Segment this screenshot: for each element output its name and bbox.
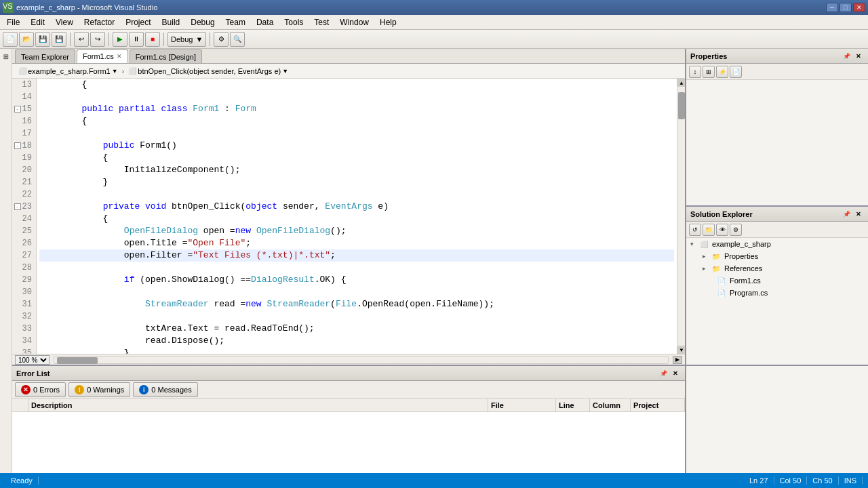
messages-tab-button[interactable]: i 0 Messages <box>133 382 197 397</box>
scroll-right-btn[interactable]: ▶ <box>673 356 682 364</box>
tab-form1-cs[interactable]: Form1.cs ✕ <box>77 49 128 63</box>
properties-close-button[interactable]: ✕ <box>853 51 864 62</box>
solution-refresh-btn[interactable]: ↺ <box>689 224 701 236</box>
errors-tab-button[interactable]: ✕ 0 Errors <box>15 382 66 397</box>
tree-label-programcs: Program.cs <box>730 289 768 297</box>
code-line-28 <box>39 262 674 274</box>
collapse-23[interactable]: - <box>14 203 21 210</box>
solution-pin-button[interactable]: 📌 <box>841 209 852 220</box>
tree-item-programcs[interactable]: 📄 Program.cs <box>686 287 868 299</box>
tree-item-properties[interactable]: ▸ 📁 Properties <box>686 250 868 262</box>
code-line-23: private void btnOpen_Click(object sender… <box>39 201 674 213</box>
error-col-file-header: File <box>488 399 556 411</box>
horizontal-scrollbar[interactable] <box>54 356 669 364</box>
solution-show-all-btn[interactable]: 👁 <box>716 224 728 236</box>
save-all-button[interactable]: 💾 <box>52 32 66 47</box>
linenum-26: 26 <box>12 237 36 249</box>
error-col-icon-header <box>12 399 28 411</box>
menu-data[interactable]: Data <box>251 16 279 28</box>
tree-expand-properties[interactable]: ▸ <box>700 252 708 260</box>
tree-item-solution[interactable]: ▾ ⬜ example_c_sharp <box>686 238 868 250</box>
solution-explorer-header: Solution Explorer 📌 ✕ <box>686 207 868 222</box>
tree-expand-references[interactable]: ▸ <box>700 264 708 272</box>
title-bar: VS example_c_sharp - Microsoft Visual St… <box>0 0 868 15</box>
properties-grid-btn[interactable]: ⊞ <box>703 66 715 78</box>
menu-project[interactable]: Project <box>120 16 156 28</box>
code-line-20: InitializeComponent(); <box>39 164 674 176</box>
code-content[interactable]: { public partial class Form1 : Form { pu… <box>37 79 677 354</box>
collapse-18[interactable]: - <box>14 142 21 149</box>
menu-debug[interactable]: Debug <box>185 16 220 28</box>
tree-expand-solution[interactable]: ▾ <box>688 240 696 248</box>
tab-form1-design[interactable]: Form1.cs [Design] <box>130 49 202 63</box>
linenum-27: 27 <box>12 249 36 262</box>
linenum-18: -18 <box>12 140 36 152</box>
menu-view[interactable]: View <box>50 16 79 28</box>
error-col-col-header: Column <box>590 399 631 411</box>
status-ch: Ch 50 <box>807 476 838 485</box>
warnings-tab-button[interactable]: ! 0 Warnings <box>68 382 130 397</box>
scroll-thumb[interactable] <box>678 92 685 119</box>
solution-props-btn[interactable]: ⚙ <box>730 224 742 236</box>
tab-team-explorer-label: Team Explorer <box>21 53 69 61</box>
maximize-button[interactable]: □ <box>840 3 852 12</box>
close-button[interactable]: ✕ <box>853 3 865 12</box>
stop-button[interactable]: ■ <box>145 32 160 47</box>
menu-refactor[interactable]: Refactor <box>79 16 120 28</box>
tab-team-explorer[interactable]: Team Explorer <box>15 49 75 63</box>
collapse-15[interactable]: - <box>14 106 21 113</box>
breadcrumb-method[interactable]: ⬜ btnOpen_Click(object sender, EventArgs… <box>125 64 292 78</box>
menu-file[interactable]: File <box>1 16 25 28</box>
open-file-button[interactable]: 📂 <box>19 32 34 47</box>
properties-events-btn[interactable]: ⚡ <box>716 66 728 78</box>
toolbar-btn-extra1[interactable]: ⚙ <box>214 32 229 47</box>
properties-title: Properties <box>690 52 727 60</box>
scroll-track[interactable] <box>677 87 685 346</box>
solution-explorer-title: Solution Explorer <box>690 210 753 218</box>
pause-button[interactable]: ⏸ <box>129 32 144 47</box>
error-table: Description File Line Column Project <box>12 399 685 473</box>
toolbar-btn-extra2[interactable]: 🔍 <box>230 32 245 47</box>
error-list-close-button[interactable]: ✕ <box>670 368 681 379</box>
minimize-button[interactable]: ─ <box>826 3 838 12</box>
tree-item-references[interactable]: ▸ 📁 References <box>686 262 868 274</box>
breadcrumb-class[interactable]: ⬜ example_c_sharp.Form1 ▼ <box>15 64 121 78</box>
menu-help[interactable]: Help <box>374 16 402 28</box>
error-list-pin-button[interactable]: 📌 <box>658 368 669 379</box>
scroll-down-button[interactable]: ▼ <box>677 346 685 354</box>
undo-button[interactable]: ↩ <box>74 32 89 47</box>
toolbox-label[interactable]: ⊞ <box>1 52 11 62</box>
breadcrumb-class-arrow[interactable]: ▼ <box>112 68 118 75</box>
menu-build[interactable]: Build <box>157 16 186 28</box>
tab-form1-cs-close[interactable]: ✕ <box>117 53 122 60</box>
solution-new-folder-btn[interactable]: 📁 <box>703 224 715 236</box>
properties-sort-btn[interactable]: ↕ <box>689 66 701 78</box>
menu-edit[interactable]: Edit <box>25 16 50 28</box>
code-line-22 <box>39 188 674 201</box>
start-debug-button[interactable]: ▶ <box>113 32 127 47</box>
zoom-select[interactable]: 100 % <box>15 355 50 365</box>
solution-close-button[interactable]: ✕ <box>853 209 864 220</box>
code-area[interactable]: 13 14 -15 16 17 -18 19 20 21 22 -23 24 2… <box>12 79 685 354</box>
menu-tools[interactable]: Tools <box>279 16 309 28</box>
breadcrumb-method-arrow[interactable]: ▼ <box>282 68 288 75</box>
properties-page-btn[interactable]: 📄 <box>730 66 742 78</box>
save-button[interactable]: 💾 <box>35 32 50 47</box>
new-project-button[interactable]: 📄 <box>3 32 18 47</box>
redo-button[interactable]: ↪ <box>90 32 105 47</box>
error-col-line-header: Line <box>556 399 590 411</box>
menu-team[interactable]: Team <box>220 16 251 28</box>
error-list-panel: Error List 📌 ✕ ✕ 0 Errors ! 0 Warnings i… <box>12 365 685 473</box>
linenum-21: 21 <box>12 176 36 188</box>
error-list-header: Error List 📌 ✕ <box>12 366 685 381</box>
horizontal-scroll-thumb[interactable] <box>57 357 98 364</box>
menu-window[interactable]: Window <box>334 16 374 28</box>
debug-config-dropdown[interactable]: Debug ▼ <box>167 32 206 47</box>
menu-test[interactable]: Test <box>309 16 334 28</box>
error-table-header: Description File Line Column Project <box>12 399 685 412</box>
toolbar-sep-3 <box>163 33 164 46</box>
scroll-up-button[interactable]: ▲ <box>677 79 685 87</box>
error-tabs: ✕ 0 Errors ! 0 Warnings i 0 Messages <box>12 381 685 399</box>
tree-item-form1cs[interactable]: 📄 Form1.cs <box>686 274 868 287</box>
properties-pin-button[interactable]: 📌 <box>841 51 852 62</box>
